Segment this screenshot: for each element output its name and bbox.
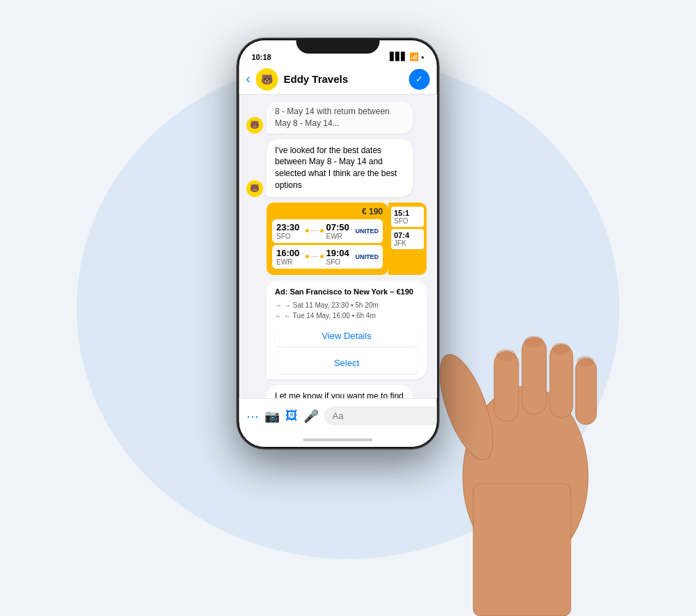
phone-notch [296, 38, 380, 54]
battery-icon: ▪ [422, 53, 425, 61]
chat-title: Eddy Travels [284, 73, 404, 85]
outbound-flight-row: 23:30 SFO 07:50 EWR [272, 219, 383, 243]
airline-logo-2: UNITED [355, 253, 379, 260]
bot-message-row-2: 🐻 Let me know if you want me to find you… [246, 385, 430, 398]
status-time: 10:18 [252, 53, 271, 61]
wifi-icon: 📶 [409, 52, 419, 61]
image-icon[interactable]: 🖼 [285, 409, 298, 423]
bot-bubble-1: I've looked for the best dates between M… [267, 139, 413, 197]
outbound-to: EWR [326, 232, 352, 240]
outbound-depart-time: 23:30 [276, 222, 303, 232]
flight-return-detail: ← ← Tue 14 May, 16:00 • 6h 4m [275, 310, 418, 321]
flight-card-main[interactable]: € 190 23:30 SFO [267, 203, 388, 275]
message-input[interactable] [324, 406, 437, 425]
mic-icon[interactable]: 🎤 [303, 409, 319, 424]
return-from: EWR [276, 258, 303, 266]
home-bar [303, 439, 373, 441]
view-details-button[interactable]: View Details [275, 325, 418, 347]
phone-device: 10:18 ▋▋▋ 📶 ▪ ‹ 🐻 Eddy Travels ✓ [237, 38, 439, 449]
outbound-arrive-time: 07:50 [326, 222, 352, 232]
truncated-bubble: 8 - May 14 with return between May 8 - M… [267, 102, 413, 134]
outbound-from: SFO [276, 232, 303, 240]
bot-avatar-small-1: 🐻 [246, 117, 263, 134]
phone-screen: 10:18 ▋▋▋ 📶 ▪ ‹ 🐻 Eddy Travels ✓ [239, 40, 437, 447]
peek-time-1: 15:1 [394, 209, 421, 217]
peek-from-1: SFO [394, 217, 421, 225]
flight-info-bubble: Ad: San Francisco to New York – €190 → →… [267, 281, 427, 380]
return-depart-time: 16:00 [276, 248, 303, 258]
chat-header: ‹ 🐻 Eddy Travels ✓ [239, 64, 437, 95]
truncated-message-row: 🐻 8 - May 14 with return between May 8 -… [246, 102, 430, 134]
message-bar: ⋯ 📷 🖼 🎤 😊 👍 [239, 398, 437, 433]
chat-area: 🐻 8 - May 14 with return between May 8 -… [239, 95, 437, 398]
flight-card-peek: 15:1 SFO 07:4 JFK [388, 203, 427, 275]
apps-icon[interactable]: ⋯ [246, 409, 259, 424]
bot-bubble-2: Let me know if you want me to find you h… [267, 385, 413, 398]
airline-logo-1: UNITED [355, 228, 379, 235]
return-flight-row: 16:00 EWR 19:04 SFO [272, 245, 383, 269]
flight-price: € 190 [272, 207, 383, 216]
checkmark-icon: ✓ [416, 74, 423, 84]
phone-wrapper: 10:18 ▋▋▋ 📶 ▪ ‹ 🐻 Eddy Travels ✓ [237, 38, 439, 449]
status-bar-right: ▋▋▋ 📶 ▪ [390, 52, 425, 61]
arrow-left-icon: ← [275, 310, 282, 321]
bot-avatar-emoji: 🐻 [261, 74, 273, 85]
home-indicator [239, 433, 437, 447]
bot-avatar-small-2: 🐻 [246, 180, 263, 197]
peek-time-2: 07:4 [394, 231, 421, 239]
return-arrive-time: 19:04 [326, 248, 352, 258]
flight-outbound-detail: → → Sat 11 May, 23:30 • 5h 20m [275, 300, 418, 310]
bot-message-row-1: 🐻 I've looked for the best dates between… [246, 139, 430, 197]
peek-to-2: JFK [394, 239, 421, 247]
scene: 10:18 ▋▋▋ 📶 ▪ ‹ 🐻 Eddy Travels ✓ [0, 0, 696, 616]
header-action-button[interactable]: ✓ [409, 69, 430, 90]
arrow-right-icon: → [275, 300, 282, 310]
select-button[interactable]: Select [275, 352, 418, 374]
camera-icon[interactable]: 📷 [264, 409, 280, 424]
back-button[interactable]: ‹ [246, 72, 251, 86]
signal-icon: ▋▋▋ [390, 52, 406, 61]
return-to: SFO [326, 258, 352, 266]
bot-avatar: 🐻 [256, 68, 278, 90]
flight-info-title: Ad: San Francisco to New York – €190 [275, 286, 418, 298]
flight-cards-container: € 190 23:30 SFO [267, 203, 427, 275]
